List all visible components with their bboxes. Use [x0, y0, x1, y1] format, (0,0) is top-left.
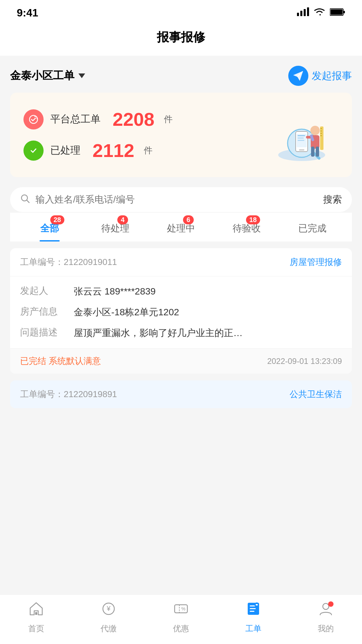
stats-left: 平台总工单 2208 件 已处理 2112 件	[23, 108, 173, 161]
tab-acceptance-badge: 18	[246, 215, 260, 224]
profile-dot	[328, 601, 334, 607]
page-title: 报事报修	[0, 22, 362, 56]
total-label: 平台总工单	[50, 112, 101, 126]
svg-rect-3	[307, 7, 309, 16]
status-bar: 9:41	[0, 0, 362, 22]
initiator-field: 发起人	[20, 284, 74, 297]
svg-rect-27	[320, 133, 322, 134]
nav-coupon-label: 优惠	[173, 623, 189, 634]
order-card-1[interactable]: 工单编号：21220919011 房屋管理报修 发起人 张云云 189****2…	[10, 248, 352, 374]
tab-completed[interactable]: 已完成	[280, 213, 345, 241]
bottom-nav: 首页 ¥ 代缴 % 优惠	[0, 594, 362, 644]
nav-workorder-label: 工单	[245, 623, 261, 634]
status-time: 9:41	[17, 7, 38, 19]
order-time-1: 2022-09-01 13:23:09	[267, 357, 342, 366]
payment-icon: ¥	[101, 601, 116, 620]
community-selector[interactable]: 金泰小区工单	[10, 68, 85, 83]
svg-rect-24	[320, 126, 323, 150]
tab-pending[interactable]: 待处理 4	[82, 213, 148, 241]
report-btn-label: 发起报事	[312, 69, 352, 83]
processed-stat-row: 已处理 2112 件	[23, 140, 173, 161]
report-icon-circle	[288, 66, 308, 86]
stats-card: 平台总工单 2208 件 已处理 2112 件	[10, 93, 352, 177]
total-count: 2208	[113, 108, 155, 130]
svg-rect-40	[250, 608, 256, 609]
svg-rect-43	[256, 604, 258, 605]
workorder-icon	[246, 601, 261, 620]
svg-rect-6	[330, 9, 343, 15]
tab-all[interactable]: 全部 28	[17, 213, 82, 241]
nav-home[interactable]: 首页	[0, 601, 72, 634]
order-row-initiator: 发起人 张云云 189****2839	[20, 284, 342, 299]
dropdown-arrow-icon	[78, 73, 85, 78]
status-icons	[297, 7, 345, 18]
initiator-value: 张云云 189****2839	[74, 284, 342, 299]
order-number-2: 工单编号：21220919891	[20, 388, 117, 400]
svg-text:¥: ¥	[106, 605, 111, 612]
svg-rect-28	[320, 135, 322, 136]
wifi-icon	[314, 7, 325, 18]
svg-rect-5	[344, 11, 345, 13]
svg-rect-14	[299, 149, 304, 151]
svg-rect-25	[320, 128, 322, 129]
tab-all-badge: 28	[50, 215, 64, 224]
nav-workorder[interactable]: 工单	[217, 601, 290, 634]
processed-unit: 件	[144, 145, 153, 156]
svg-rect-15	[298, 135, 305, 136]
order-body-1: 发起人 张云云 189****2839 房产信息 金泰小区-18栋2单元1202…	[10, 276, 352, 348]
svg-text:%: %	[181, 606, 185, 611]
svg-rect-41	[250, 611, 254, 612]
battery-icon	[330, 8, 345, 18]
search-icon	[20, 194, 30, 206]
tab-processing[interactable]: 处理中 6	[148, 213, 214, 241]
desc-value: 屋顶严重漏水，影响了好几户业主的正…	[74, 326, 342, 340]
svg-rect-21	[311, 147, 314, 157]
nav-payment[interactable]: ¥ 代缴	[72, 601, 145, 634]
nav-profile[interactable]: 我的	[290, 601, 362, 634]
svg-rect-0	[297, 13, 299, 16]
svg-rect-1	[300, 11, 302, 16]
svg-rect-2	[304, 9, 306, 16]
processed-label: 已处理	[50, 144, 80, 157]
svg-rect-17	[298, 140, 304, 141]
nav-profile-label: 我的	[318, 623, 334, 634]
svg-rect-22	[316, 147, 319, 157]
tab-acceptance[interactable]: 待验收 18	[214, 213, 280, 241]
order-card-2[interactable]: 工单编号：21220919891 公共卫生保洁	[10, 380, 352, 408]
search-button[interactable]: 搜索	[323, 193, 342, 206]
order-header-2: 工单编号：21220919891 公共卫生保洁	[10, 380, 352, 408]
stats-illustration	[265, 105, 339, 165]
property-value: 金泰小区-18栋2单元1202	[74, 305, 342, 319]
page-header-bg: 报事报修	[0, 22, 362, 56]
content-area: 金泰小区工单 发起报事	[0, 56, 362, 462]
order-header-1: 工单编号：21220919011 房屋管理报修	[10, 248, 352, 276]
profile-icon	[318, 601, 334, 620]
property-field: 房产信息	[20, 305, 74, 318]
total-stat-row: 平台总工单 2208 件	[23, 108, 173, 130]
svg-rect-16	[298, 138, 304, 139]
tabs-container: 全部 28 待处理 4 处理中 6 待验收 18 已完成	[10, 213, 352, 241]
desc-field: 问题描述	[20, 326, 74, 339]
home-icon	[28, 601, 44, 620]
total-icon	[23, 109, 44, 129]
search-bar: 搜索	[10, 187, 352, 212]
svg-line-31	[27, 200, 29, 203]
search-input-area[interactable]	[20, 194, 318, 206]
order-status-1: 已完结 系统默认满意	[20, 355, 101, 367]
total-unit: 件	[164, 113, 173, 125]
order-type-2: 公共卫生保洁	[290, 388, 342, 400]
order-row-desc: 问题描述 屋顶严重漏水，影响了好几户业主的正…	[20, 326, 342, 340]
svg-rect-26	[320, 130, 322, 131]
nav-coupon[interactable]: % 优惠	[145, 601, 217, 634]
order-number-1: 工单编号：21220919011	[20, 256, 117, 268]
order-type-1: 房屋管理报修	[290, 256, 342, 268]
order-row-property: 房产信息 金泰小区-18栋2单元1202	[20, 305, 342, 319]
report-button[interactable]: 发起报事	[288, 66, 352, 86]
tab-processing-badge: 6	[183, 215, 194, 224]
coupon-icon: %	[173, 601, 189, 620]
tab-pending-badge: 4	[117, 215, 128, 224]
community-name: 金泰小区工单	[10, 68, 74, 83]
processed-icon	[23, 141, 44, 161]
search-input[interactable]	[36, 194, 318, 205]
processed-count: 2112	[93, 140, 134, 161]
